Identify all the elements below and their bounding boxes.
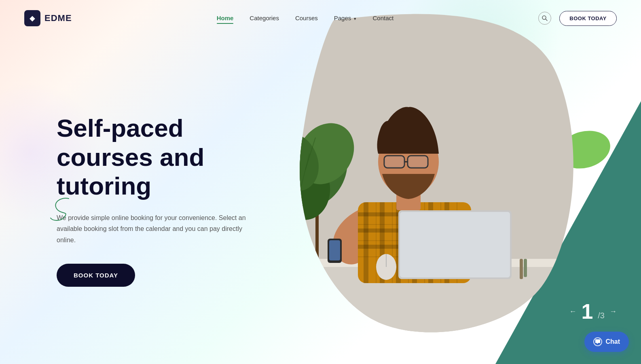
brand-name: EDME (44, 13, 72, 23)
logo[interactable]: ◆ EDME (24, 10, 72, 26)
slider-prev-button[interactable]: ← (569, 307, 576, 316)
hero-section: Self-paced courses and tutoring We provi… (0, 36, 641, 364)
slider-total: /3 (598, 311, 605, 320)
book-today-nav-button[interactable]: BOOK TODAY (559, 11, 617, 26)
slider-indicator: ← 1 /3 → (569, 299, 617, 324)
svg-rect-35 (384, 156, 404, 168)
nav-right: BOOK TODAY (538, 11, 617, 26)
svg-rect-38 (329, 240, 340, 260)
svg-rect-36 (408, 156, 428, 168)
logo-icon: ◆ (24, 10, 40, 26)
nav-item-home[interactable]: Home (217, 15, 234, 22)
chat-button[interactable]: Chat (584, 332, 629, 352)
hero-description: We provide simple online booking for you… (57, 212, 251, 245)
nav-item-courses[interactable]: Courses (295, 15, 318, 22)
decorative-squiggle (44, 195, 77, 223)
slider-current: 1 (581, 299, 593, 324)
slider-next-button[interactable]: → (609, 307, 617, 316)
nav-item-categories[interactable]: Categories (250, 15, 279, 22)
nav-link-contact[interactable]: Contact (372, 15, 393, 21)
svg-rect-41 (400, 212, 510, 277)
nav-links: Home Categories Courses Pages ▾ Contact (217, 15, 394, 22)
nav-link-categories[interactable]: Categories (250, 15, 279, 21)
nav-link-home[interactable]: Home (217, 15, 234, 21)
chevron-down-icon: ▾ (354, 16, 356, 21)
nav-link-courses[interactable]: Courses (295, 15, 318, 21)
hero-title: Self-paced courses and tutoring (57, 114, 251, 200)
hero-content: Self-paced courses and tutoring We provi… (24, 114, 251, 286)
chat-bubble-icon (593, 337, 602, 346)
svg-rect-44 (520, 259, 523, 279)
svg-rect-45 (524, 259, 527, 277)
nav-link-pages[interactable]: Pages ▾ (334, 15, 357, 21)
nav-item-pages[interactable]: Pages ▾ (334, 15, 357, 22)
chat-label: Chat (605, 338, 620, 345)
search-icon[interactable] (538, 12, 551, 25)
nav-item-contact[interactable]: Contact (372, 15, 393, 22)
navbar: ◆ EDME Home Categories Courses Pages ▾ C… (0, 0, 641, 36)
book-today-hero-button[interactable]: BOOK TODAY (57, 264, 135, 287)
